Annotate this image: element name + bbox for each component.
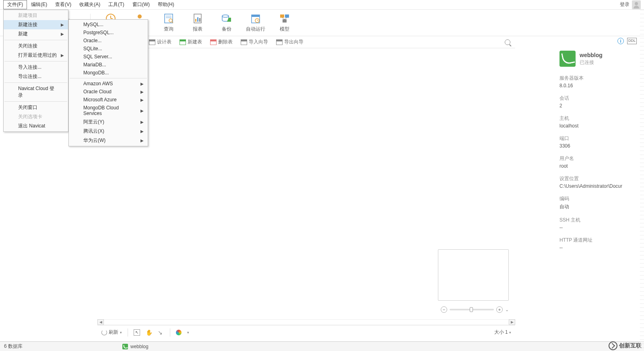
mi-postgres[interactable]: PostgreSQL...	[69, 29, 148, 37]
info-field-key: 端口	[559, 135, 636, 142]
ddl-icon[interactable]: DDL	[627, 38, 637, 44]
tool-query[interactable]: 查询	[158, 13, 179, 33]
menu-file[interactable]: 文件(F)	[3, 0, 27, 9]
info-icon[interactable]: i	[617, 38, 624, 44]
info-field: 设置位置C:\Users\Administrator\Docur	[558, 172, 638, 192]
info-field: SSH 主机--	[558, 213, 638, 234]
subbar-new[interactable]: 新建表	[176, 37, 205, 47]
mi-mongosvc[interactable]: MongoDB Cloud Services▶	[69, 104, 148, 117]
refresh-button[interactable]: 刷新▾	[101, 329, 122, 336]
mi-new-connection[interactable]: 新建连接▶	[4, 20, 68, 29]
info-field-key: 编码	[559, 195, 636, 202]
mi-azure[interactable]: Microsoft Azure▶	[69, 96, 148, 104]
connection-name: webblog	[580, 52, 603, 58]
mi-close-conn[interactable]: 关闭连接	[4, 41, 68, 51]
svg-rect-19	[280, 14, 284, 18]
info-field-value: root	[559, 163, 636, 169]
svg-rect-20	[285, 14, 289, 18]
mi-oraclecloud[interactable]: Oracle Cloud▶	[69, 88, 148, 96]
connection-status: 已连接	[580, 59, 603, 66]
mi-sqlite[interactable]: SQLite...	[69, 45, 148, 53]
object-toolbar: 对象 打开表 设计表 新建表 删除表 导入向导 导出向导	[97, 36, 515, 48]
zoom-out-button[interactable]: −	[441, 306, 447, 313]
subbar-import[interactable]: 导入向导	[237, 37, 271, 47]
mi-open-recent[interactable]: 打开最近使用过的▶	[4, 51, 68, 60]
svg-point-7	[169, 19, 172, 22]
info-field-value: --	[559, 245, 636, 250]
subbar-design[interactable]: 设计表	[146, 37, 175, 47]
menu-edit[interactable]: 编辑(E)	[27, 0, 51, 9]
mi-mongodb[interactable]: MongoDB...	[69, 69, 148, 77]
mi-close-window[interactable]: 关闭窗口	[4, 103, 68, 112]
info-field-value: 3306	[559, 143, 636, 149]
info-field-key: HTTP 通道网址	[559, 237, 636, 244]
info-field-value: 8.0.16	[559, 83, 636, 88]
query-icon	[164, 13, 173, 24]
info-field-key: SSH 主机	[559, 217, 636, 224]
info-field: 用户名root	[558, 152, 638, 172]
subbar-export[interactable]: 导出向导	[273, 37, 307, 47]
mi-new-project: 新建项目	[4, 11, 68, 20]
info-field-key: 主机	[559, 115, 636, 122]
mi-new[interactable]: 新建▶	[4, 29, 68, 39]
report-icon	[193, 13, 202, 24]
file-menu-dropdown: 新建项目 新建连接▶ 新建▶ 关闭连接 打开最近使用过的▶ 导入连接... 导出…	[3, 10, 68, 132]
horizontal-scrollbar[interactable]: ◀ ▶	[97, 319, 515, 325]
mi-mariadb[interactable]: MariaDB...	[69, 61, 148, 69]
zoom-expand-icon[interactable]: ⌄	[505, 307, 509, 312]
zoom-in-button[interactable]: +	[496, 306, 503, 313]
tool-report[interactable]: 报表	[187, 13, 208, 33]
menubar: 文件(F) 编辑(E) 查看(V) 收藏夹(A) 工具(T) 窗口(W) 帮助(…	[0, 0, 644, 10]
pointer-tool[interactable]: ↖	[134, 329, 140, 336]
info-field-value: --	[559, 225, 636, 230]
zoom-slider[interactable]	[450, 309, 494, 310]
avatar-icon[interactable]	[632, 0, 641, 9]
mi-import-conn[interactable]: 导入连接...	[4, 63, 68, 72]
svg-rect-21	[283, 19, 287, 23]
connection-logo-icon	[559, 51, 576, 67]
design-table-icon	[149, 39, 155, 45]
info-field-key: 用户名	[559, 155, 636, 162]
import-icon	[241, 39, 247, 45]
color-picker[interactable]	[176, 330, 182, 335]
status-bar: 6 数据库 webblog 创新互联	[0, 341, 644, 351]
menu-tools[interactable]: 工具(T)	[104, 0, 128, 9]
login-link[interactable]: 登录	[620, 1, 630, 8]
tool-autorun[interactable]: 自动运行	[245, 13, 266, 33]
info-field-value: 2	[559, 103, 636, 109]
mi-cloud-login[interactable]: Navicat Cloud 登录	[4, 84, 68, 100]
svg-rect-10	[195, 19, 196, 22]
mi-oracle[interactable]: Oracle...	[69, 37, 148, 45]
mi-export-conn[interactable]: 导出连接...	[4, 72, 68, 81]
scroll-left-icon[interactable]: ◀	[97, 319, 104, 325]
menu-window[interactable]: 窗口(W)	[128, 0, 154, 9]
mi-tencent[interactable]: 腾讯云(X)▶	[69, 127, 148, 136]
mi-huawei[interactable]: 华为云(W)▶	[69, 136, 148, 145]
info-field-key: 会话	[559, 95, 636, 102]
subbar-delete[interactable]: 删除表	[207, 37, 236, 47]
mi-exit[interactable]: 退出 Navicat	[4, 121, 68, 131]
main-canvas: − + ⌄	[97, 48, 515, 317]
search-icon[interactable]	[505, 39, 510, 45]
info-field-value: localhost	[559, 123, 636, 129]
svg-line-23	[285, 18, 287, 19]
menu-view[interactable]: 查看(V)	[51, 0, 75, 9]
mi-sqlserver[interactable]: SQL Server...	[69, 53, 148, 61]
tool-model[interactable]: 模型	[274, 13, 295, 33]
hand-tool[interactable]: ✋	[146, 329, 152, 336]
menu-fav[interactable]: 收藏夹(A)	[75, 0, 104, 9]
zoom-controls: − + ⌄	[441, 306, 509, 313]
tool-backup[interactable]: 备份	[216, 13, 237, 33]
info-panel: i DDL webblog 已连接 服务器版本8.0.16会话2主机localh…	[558, 36, 638, 317]
mi-aliyun[interactable]: 阿里云(Y)▶	[69, 117, 148, 127]
relation-tool[interactable]: ↘	[158, 329, 164, 336]
menu-help[interactable]: 帮助(H)	[154, 0, 178, 9]
right-strip-decor	[640, 10, 644, 351]
model-icon	[279, 14, 290, 23]
mi-mysql[interactable]: MySQL...	[69, 21, 148, 29]
minimap[interactable]	[438, 249, 509, 301]
brand-icon	[609, 341, 617, 350]
mi-aws[interactable]: Amazon AWS▶	[69, 80, 148, 88]
scroll-right-icon[interactable]: ▶	[509, 319, 515, 325]
svg-rect-15	[252, 15, 260, 17]
